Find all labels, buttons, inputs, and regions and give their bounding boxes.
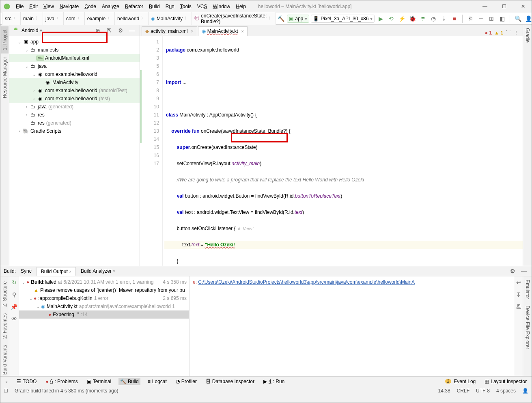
menu-help[interactable]: Help [233,3,248,10]
close-tab-icon[interactable]: × [191,29,193,34]
build-tree-node[interactable]: ⌄●:app:compileDebugKotlin 1 error2 s 695… [19,294,189,302]
profile-icon[interactable]: ◔ [429,14,438,23]
hide-icon[interactable]: — [127,26,136,35]
close-button[interactable]: ✕ [518,2,528,11]
structure-tool-tab[interactable]: Z: Structure [1,278,9,310]
line-separator[interactable]: CRLF [457,388,470,394]
debug-button[interactable]: 🐞 [408,14,417,23]
tab-build-analyzer[interactable]: Build Analyzer × [77,267,119,275]
event-log-button[interactable]: 2Event Log [444,378,478,385]
gear-icon[interactable]: ⚙ [116,26,125,35]
cursor-position[interactable]: 14:38 [438,388,450,394]
hammer-build-icon[interactable]: 🔨 [276,14,285,23]
breadcrumb-item[interactable]: ◉MainActivity〉 [148,12,192,26]
inspection-indicator[interactable]: 👤 [522,388,528,394]
more-icon[interactable]: ⋮ [514,30,519,36]
pin-icon[interactable]: 📌 [10,302,19,311]
resource-manager-icon[interactable]: ◧ [498,14,506,23]
user-icon[interactable]: 👤 [524,14,532,23]
menu-tools[interactable]: Tools [178,3,194,10]
menu-vcs[interactable]: VCS [195,3,210,10]
todo-tool-button[interactable]: ☰ TODO [15,378,38,385]
error-count-icon[interactable]: ● 1 [485,30,492,36]
file-encoding[interactable]: UTF-8 [476,388,490,394]
build-tree-node[interactable]: ⌄◉MainActivity.kt app\src\main\java\com\… [19,302,189,310]
file-link[interactable]: C:\Users\Ozeki\AndroidStudioProjects\hel… [198,279,415,285]
close-icon[interactable]: × [69,269,71,274]
apply-changes-icon[interactable]: ⟲ [387,14,396,23]
tree-node[interactable]: ›🗀res [9,111,140,119]
breadcrumb-item[interactable]: src〉 [2,12,21,26]
build-output-console[interactable]: e: C:\Users\Ozeki\AndroidStudioProjects\… [190,276,514,376]
menu-refactor[interactable]: Refactor [123,3,146,10]
line-gutter[interactable]: 123567891011121314151617 [140,36,163,266]
terminal-tool-button[interactable]: ▣ Terminal [85,378,113,385]
tree-node[interactable]: ⌄▣app [9,38,140,46]
close-tab-icon[interactable]: × [241,29,244,34]
tab-main-activity[interactable]: ◉ MainActivity.kt × [198,26,248,36]
menu-code[interactable]: Code [82,3,99,10]
menu-file[interactable]: File [13,3,26,10]
tree-node[interactable]: 🗀res(generated) [9,119,140,127]
indent-settings[interactable]: 4 spaces [496,388,516,394]
menu-run[interactable]: Run [163,3,177,10]
tree-node[interactable]: ⌄🗀java [9,62,140,70]
minimize-button[interactable]: — [479,2,491,11]
maximize-button[interactable]: ☐ [499,2,510,11]
tree-node[interactable]: ⌄🗀manifests [9,46,140,54]
select-opened-file-icon[interactable]: ⊕ [93,26,102,35]
build-tree-node[interactable]: ▲Please remove usages of `jcenter()` Mav… [19,286,189,294]
print-icon[interactable]: 🖶 [514,302,523,311]
breadcrumb-item[interactable]: java〉 [43,12,64,26]
collapse-all-icon[interactable]: ⇱ [105,26,114,35]
tool-window-quick-access[interactable]: ▫ [4,377,9,386]
code-editor[interactable]: 123567891011121314151617 package com.exa… [140,36,523,266]
menu-view[interactable]: View [41,3,56,10]
tree-node[interactable]: MFAndroidManifest.xml [9,54,140,62]
ide-status-icon[interactable]: ☐ [4,388,8,394]
menu-navigate[interactable]: Navigate [57,3,81,10]
attach-debugger-icon[interactable]: ⇣ [439,14,448,23]
breadcrumb-item[interactable]: ⓜonCreate(savedInstanceState: Bundle?)〉 [192,12,276,26]
gradle-tool-tab[interactable]: Gradle [524,25,531,46]
favorites-tool-tab[interactable]: 2: Favorites [1,310,9,342]
avd-manager-icon[interactable]: ▭ [476,14,485,23]
gear-icon[interactable]: ⚙ [508,267,517,276]
warning-count-icon[interactable]: ▲ 1 [494,30,503,36]
problems-tool-button[interactable]: ● 6: Problems [44,378,79,385]
project-tool-tab[interactable]: 1: Project [1,26,9,54]
filter-icon[interactable]: ⚲ [10,290,19,299]
rerun-icon[interactable]: ↻ [10,278,19,287]
tree-node[interactable]: ›🐘Gradle Scripts [9,127,140,135]
menu-window[interactable]: Window [210,3,233,10]
breadcrumb-item[interactable]: example〉 [84,12,115,26]
build-variants-tool-tab[interactable]: Build Variants [1,342,9,378]
build-tool-button[interactable]: 🔨 Build [118,378,140,385]
tab-activity-main[interactable]: ◆ activity_main.xml × [142,26,197,36]
tab-sync[interactable]: Sync [17,267,36,275]
search-everywhere-icon[interactable]: 🔍 [513,14,522,23]
layout-inspector-button[interactable]: ▦ Layout Inspector [483,378,528,385]
chevron-down-icon[interactable]: ˇ [510,30,511,36]
close-icon[interactable]: × [113,269,115,274]
resource-manager-tool-tab[interactable]: Resource Manager [1,54,9,101]
hide-icon[interactable]: — [519,267,528,276]
device-file-explorer-tab[interactable]: Device File Explorer [524,302,531,352]
menu-build[interactable]: Build [146,3,162,10]
tree-node[interactable]: ◉MainActivity [9,78,140,86]
scroll-end-icon[interactable]: ↧ [514,290,523,299]
sdk-manager-icon[interactable]: ⊞ [487,14,496,23]
menu-edit[interactable]: Edit [27,3,40,10]
tree-node[interactable]: ›🗀java(generated) [9,103,140,111]
run-button[interactable]: ▶ [376,14,385,23]
breadcrumb-item[interactable]: helloworld〉 [114,12,149,26]
build-tree-node[interactable]: ●Expecting '"' :14 [19,310,189,319]
run-tool-button[interactable]: ▶ 4: Run [262,378,286,385]
view-mode-dropdown[interactable]: Android▾ [22,28,42,33]
menu-analyze[interactable]: Analyze [99,3,122,10]
run-config-selector[interactable]: ▣app▾ [287,15,309,23]
stop-button[interactable]: ■ [450,14,459,23]
breadcrumb-item[interactable]: main〉 [20,12,43,26]
project-tree[interactable]: ⌄▣app⌄🗀manifestsMFAndroidManifest.xml⌄🗀j… [9,36,140,266]
coverage-icon[interactable]: ☂ [418,14,427,23]
